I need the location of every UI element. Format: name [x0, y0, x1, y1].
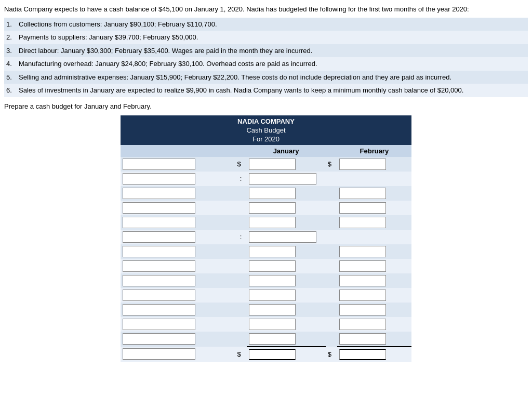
row14-feb-cell[interactable]	[337, 347, 411, 362]
row14-feb-input[interactable]	[339, 349, 386, 360]
row6-sublabel-cell[interactable]	[247, 230, 326, 244]
row5-jan-cell[interactable]	[247, 215, 326, 230]
row6-sublabel-input[interactable]	[249, 231, 316, 243]
row-13	[121, 332, 411, 347]
row14-label-input[interactable]	[123, 348, 195, 360]
row11-label-input[interactable]	[123, 304, 195, 316]
row9-label-input[interactable]	[123, 275, 195, 286]
row13-feb-cell[interactable]	[337, 332, 411, 347]
row7-feb-cell[interactable]	[337, 244, 411, 259]
row12-jan-cell[interactable]	[247, 317, 326, 332]
row8-jan-input[interactable]	[249, 260, 296, 272]
list-item: 6. Sales of investments in January are e…	[4, 84, 528, 97]
row13-label-cell[interactable]	[121, 332, 235, 347]
row2-empty2	[337, 172, 411, 186]
row14-jan-cell[interactable]	[247, 347, 326, 362]
row-9	[121, 273, 411, 288]
list-item: 2. Payments to suppliers: January $39,70…	[4, 31, 528, 44]
row9-empty2	[326, 273, 337, 288]
row4-feb-cell[interactable]	[337, 201, 411, 215]
row4-jan-cell[interactable]	[247, 201, 326, 215]
row8-jan-cell[interactable]	[247, 259, 326, 273]
row3-label-cell[interactable]	[121, 186, 235, 201]
row-5	[121, 215, 411, 230]
row12-label-cell[interactable]	[121, 317, 235, 332]
row3-jan-cell[interactable]	[247, 186, 326, 201]
row8-feb-input[interactable]	[339, 260, 386, 272]
table-period: For 2020	[121, 135, 411, 145]
row7-feb-input[interactable]	[339, 246, 386, 257]
row1-jan-input[interactable]	[249, 159, 296, 170]
row11-jan-cell[interactable]	[247, 303, 326, 317]
row9-feb-cell[interactable]	[337, 273, 411, 288]
row1-label-cell[interactable]	[121, 157, 235, 172]
row10-empty	[235, 288, 246, 303]
row5-label-input[interactable]	[123, 217, 195, 228]
list-item: 4. Manufacturing overhead: January $24,8…	[4, 57, 528, 71]
row3-jan-input[interactable]	[249, 188, 296, 199]
row7-jan-cell[interactable]	[247, 244, 326, 259]
row12-jan-input[interactable]	[249, 319, 296, 330]
row1-feb-cell[interactable]	[337, 157, 411, 172]
row6-label-cell[interactable]	[121, 230, 235, 244]
row13-jan-cell[interactable]	[247, 332, 326, 347]
row13-jan-input[interactable]	[249, 333, 296, 345]
row-8	[121, 259, 411, 273]
row3-feb-input[interactable]	[339, 188, 386, 199]
row10-empty2	[326, 288, 337, 303]
row2-sublabel-input[interactable]	[249, 173, 316, 185]
row9-jan-cell[interactable]	[247, 273, 326, 288]
row4-label-cell[interactable]	[121, 201, 235, 215]
row4-feb-input[interactable]	[339, 202, 386, 214]
row13-feb-input[interactable]	[339, 333, 386, 345]
row6-empty2	[337, 230, 411, 244]
row11-empty	[235, 303, 246, 317]
row4-label-input[interactable]	[123, 202, 195, 214]
row5-feb-cell[interactable]	[337, 215, 411, 230]
row1-dollar-jan: $	[235, 157, 246, 172]
row14-label-cell[interactable]	[121, 347, 235, 362]
row5-feb-input[interactable]	[339, 217, 386, 228]
row11-feb-cell[interactable]	[337, 303, 411, 317]
row11-label-cell[interactable]	[121, 303, 235, 317]
row11-empty2	[326, 303, 337, 317]
row10-label-cell[interactable]	[121, 288, 235, 303]
row10-jan-input[interactable]	[249, 290, 296, 301]
row10-feb-cell[interactable]	[337, 288, 411, 303]
intro-text: Nadia Company expects to have a cash bal…	[4, 4, 528, 15]
row1-label-input[interactable]	[123, 159, 195, 170]
row9-label-cell[interactable]	[121, 273, 235, 288]
row3-label-input[interactable]	[123, 188, 195, 199]
row11-feb-input[interactable]	[339, 304, 386, 316]
row10-feb-input[interactable]	[339, 290, 386, 301]
row14-jan-input[interactable]	[249, 349, 296, 360]
row4-empty2	[326, 201, 337, 215]
row5-label-cell[interactable]	[121, 215, 235, 230]
row10-jan-cell[interactable]	[247, 288, 326, 303]
row12-feb-input[interactable]	[339, 319, 386, 330]
row12-feb-cell[interactable]	[337, 317, 411, 332]
row9-feb-input[interactable]	[339, 275, 386, 286]
row7-jan-input[interactable]	[249, 246, 296, 257]
row2-label-cell[interactable]	[121, 172, 235, 186]
row8-label-cell[interactable]	[121, 259, 235, 273]
row5-jan-input[interactable]	[249, 217, 296, 228]
row9-jan-input[interactable]	[249, 275, 296, 286]
row8-label-input[interactable]	[123, 260, 195, 272]
row7-label-cell[interactable]	[121, 244, 235, 259]
row8-feb-cell[interactable]	[337, 259, 411, 273]
row4-jan-input[interactable]	[249, 202, 296, 214]
row1-jan-cell[interactable]	[247, 157, 326, 172]
row6-label-input[interactable]	[123, 231, 195, 243]
row2-label-input[interactable]	[123, 173, 195, 185]
row-2: :	[121, 172, 411, 186]
col-header-february: February	[337, 145, 411, 157]
row13-label-input[interactable]	[123, 333, 195, 345]
row11-jan-input[interactable]	[249, 304, 296, 316]
row2-sublabel-cell[interactable]	[247, 172, 326, 186]
row7-label-input[interactable]	[123, 246, 195, 257]
row12-label-input[interactable]	[123, 319, 195, 330]
row3-feb-cell[interactable]	[337, 186, 411, 201]
row10-label-input[interactable]	[123, 290, 195, 301]
row1-feb-input[interactable]	[339, 159, 386, 170]
